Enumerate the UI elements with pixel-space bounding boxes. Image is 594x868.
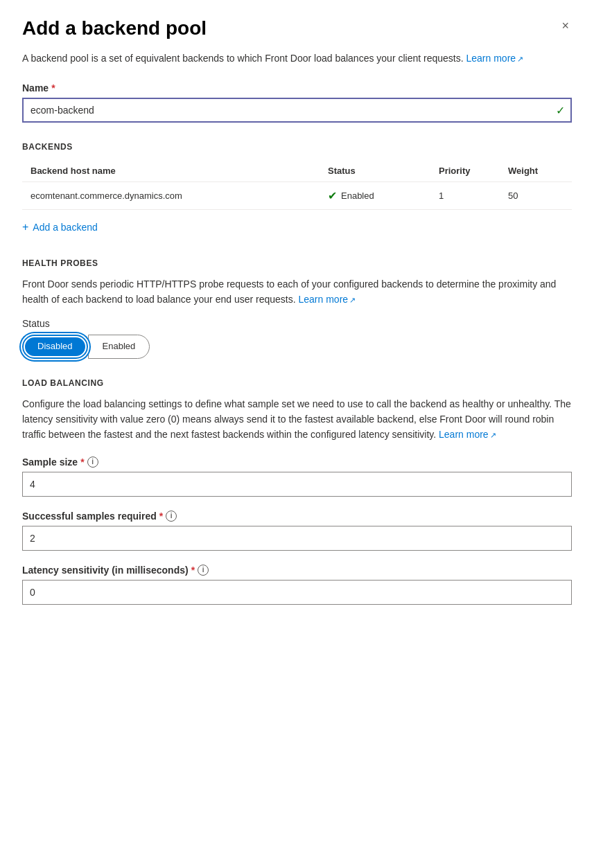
sample-size-group: Sample size * i	[22, 457, 572, 497]
load-external-link-icon: ↗	[490, 431, 496, 439]
load-balancing-section: LOAD BALANCING Configure the load balanc…	[22, 378, 572, 605]
load-balancing-description: Configure the load balancing settings to…	[22, 396, 572, 443]
successful-samples-required: *	[159, 511, 163, 522]
name-input-wrapper: ✓	[22, 98, 572, 123]
panel-title: Add a backend pool	[22, 17, 207, 40]
health-probes-section: HEALTH PROBES Front Door sends periodic …	[22, 258, 572, 359]
successful-samples-info-icon[interactable]: i	[166, 511, 177, 522]
close-button[interactable]: ×	[559, 17, 572, 35]
backend-host-cell: ecomtenant.commerce.dynamics.com	[30, 191, 328, 201]
col-host-header: Backend host name	[30, 166, 328, 176]
latency-sensitivity-group: Latency sensitivity (in milliseconds) * …	[22, 565, 572, 605]
load-balancing-header: LOAD BALANCING	[22, 378, 572, 388]
panel-header: Add a backend pool ×	[22, 17, 572, 40]
status-check-icon: ✔	[328, 189, 337, 202]
add-backend-link[interactable]: + Add a backend	[22, 215, 572, 239]
sample-size-input[interactable]	[22, 472, 572, 497]
name-field-group: Name * ✓	[22, 82, 572, 123]
external-link-icon: ↗	[517, 55, 523, 63]
description-learn-more-link[interactable]: Learn more↗	[466, 53, 524, 64]
table-header-row: Backend host name Status Priority Weight	[22, 160, 572, 182]
col-weight-header: Weight	[508, 166, 564, 176]
health-probes-description: Front Door sends periodic HTTP/HTTPS pro…	[22, 276, 572, 308]
col-priority-header: Priority	[439, 166, 508, 176]
latency-sensitivity-label: Latency sensitivity (in milliseconds) * …	[22, 565, 572, 576]
add-backend-pool-panel: Add a backend pool × A backend pool is a…	[0, 0, 594, 868]
backends-section: BACKENDS Backend host name Status Priori…	[22, 142, 572, 239]
add-icon: +	[22, 221, 28, 233]
successful-samples-input[interactable]	[22, 526, 572, 551]
health-probes-header: HEALTH PROBES	[22, 258, 572, 268]
backend-status-cell: ✔ Enabled	[328, 189, 439, 202]
latency-required: *	[191, 565, 195, 576]
successful-samples-group: Successful samples required * i	[22, 511, 572, 551]
sample-size-info-icon[interactable]: i	[87, 457, 98, 468]
toggle-disabled[interactable]: Disabled	[22, 335, 88, 358]
health-probes-learn-more-link[interactable]: Learn more↗	[299, 294, 356, 305]
panel-description: A backend pool is a set of equivalent ba…	[22, 51, 572, 66]
col-status-header: Status	[328, 166, 439, 176]
name-required-star: *	[51, 82, 55, 94]
sample-size-label: Sample size * i	[22, 457, 572, 468]
name-check-icon: ✓	[556, 103, 565, 116]
health-external-link-icon: ↗	[349, 296, 356, 304]
successful-samples-label: Successful samples required * i	[22, 511, 572, 522]
sample-size-required: *	[80, 457, 84, 468]
load-balancing-learn-more-link[interactable]: Learn more↗	[439, 429, 496, 440]
backend-weight-cell: 50	[508, 191, 564, 201]
latency-sensitivity-input[interactable]	[22, 580, 572, 605]
name-input[interactable]	[22, 98, 572, 123]
backend-priority-cell: 1	[439, 191, 508, 201]
backends-table: Backend host name Status Priority Weight…	[22, 160, 572, 210]
name-label: Name *	[22, 82, 572, 94]
health-status-label: Status	[22, 318, 572, 329]
table-row[interactable]: ecomtenant.commerce.dynamics.com ✔ Enabl…	[22, 182, 572, 210]
backends-section-header: BACKENDS	[22, 142, 572, 152]
health-probes-toggle-group: Disabled Enabled	[22, 335, 572, 358]
toggle-enabled[interactable]: Enabled	[88, 335, 150, 358]
latency-info-icon[interactable]: i	[198, 565, 209, 576]
